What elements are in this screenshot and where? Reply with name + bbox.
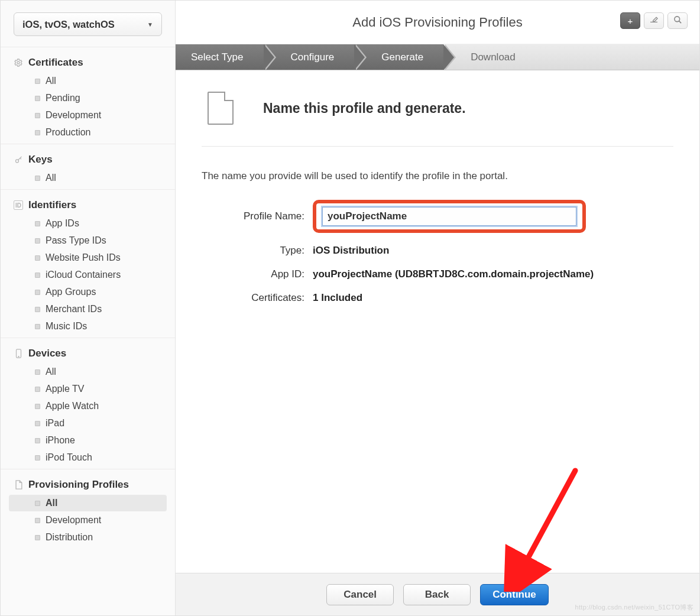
bullet-icon	[35, 96, 40, 101]
bullet-icon	[35, 307, 40, 312]
bullet-icon	[35, 273, 40, 278]
nav-item-label: All	[46, 498, 57, 508]
hint-text: The name you provide will be used to ide…	[202, 170, 673, 182]
row-profile-name: Profile Name:	[202, 200, 673, 233]
add-button[interactable]: +	[620, 12, 640, 29]
document-icon	[14, 480, 23, 489]
sidebar-item-ipod-touch[interactable]: iPod Touch	[9, 449, 167, 466]
sidebar-item-devices-all[interactable]: All	[9, 364, 167, 380]
sidebar-item-apple-watch[interactable]: Apple Watch	[9, 398, 167, 414]
nav-heading-label: Identifiers	[28, 199, 76, 211]
sidebar-item-music-ids[interactable]: Music IDs	[9, 318, 167, 335]
key-icon	[14, 155, 23, 164]
nav-heading-provisioning-profiles[interactable]: Provisioning Profiles	[1, 475, 175, 494]
sidebar-item-profiles-distribution[interactable]: Distribution	[9, 529, 167, 546]
nav-section-identifiers: ID Identifiers App IDs Pass Type IDs Web…	[1, 189, 175, 338]
step-select-type[interactable]: Select Type	[176, 44, 264, 70]
sidebar-item-profiles-development[interactable]: Development	[9, 512, 167, 529]
bullet-icon	[35, 238, 40, 244]
nav-item-label: Merchant IDs	[46, 304, 102, 315]
step-generate[interactable]: Generate	[354, 44, 443, 70]
id-icon: ID	[14, 200, 23, 210]
content-pane: Name this profile and generate. The name…	[176, 70, 699, 573]
topbar: Add iOS Provisioning Profiles +	[176, 1, 699, 44]
nav-section-provisioning-profiles: Provisioning Profiles All Development Di…	[1, 469, 175, 549]
sidebar-item-website-push-ids[interactable]: Website Push IDs	[9, 249, 167, 266]
content-title: Name this profile and generate.	[263, 100, 466, 116]
sidebar-item-app-groups[interactable]: App Groups	[9, 284, 167, 300]
nav-item-label: App IDs	[46, 218, 79, 229]
sidebar-item-certificates-all[interactable]: All	[9, 73, 167, 89]
sidebar-item-keys-all[interactable]: All	[9, 170, 167, 186]
cancel-button[interactable]: Cancel	[326, 584, 394, 605]
main-panel: Add iOS Provisioning Profiles + Sel	[176, 1, 699, 615]
sidebar-item-certificates-development[interactable]: Development	[9, 107, 167, 124]
value-app-id: youProjectName (UD8BRTJD8C.com.domain.pr…	[313, 268, 594, 280]
nav-item-label: All	[46, 173, 56, 183]
platform-selector-label: iOS, tvOS, watchOS	[22, 19, 115, 30]
sidebar-item-app-ids[interactable]: App IDs	[9, 215, 167, 232]
profile-name-input[interactable]	[322, 207, 576, 226]
label-app-id: App ID:	[202, 268, 313, 280]
svg-point-4	[674, 17, 679, 22]
nav-heading-certificates[interactable]: Certificates	[1, 53, 175, 72]
row-app-id: App ID: youProjectName (UD8BRTJD8C.com.d…	[202, 268, 673, 280]
document-icon	[208, 92, 234, 125]
sidebar-item-ipad[interactable]: iPad	[9, 415, 167, 432]
step-label: Select Type	[191, 51, 244, 63]
continue-button[interactable]: Continue	[480, 584, 549, 605]
svg-point-0	[17, 61, 20, 64]
sidebar-item-certificates-pending[interactable]: Pending	[9, 90, 167, 106]
nav-section-keys: Keys All	[1, 144, 175, 189]
edit-button[interactable]	[644, 12, 664, 29]
bullet-icon	[35, 324, 40, 329]
watermark: http://blog.csdn.net/weixin_51CTO博客	[575, 603, 693, 612]
nav-item-label: All	[46, 76, 56, 86]
nav-item-label: Apple TV	[46, 384, 85, 394]
sidebar-item-certificates-production[interactable]: Production	[9, 124, 167, 141]
nav-heading-label: Devices	[28, 348, 66, 359]
platform-selector[interactable]: iOS, tvOS, watchOS ▼	[14, 12, 162, 36]
step-configure[interactable]: Configure	[264, 44, 355, 70]
row-certificates: Certificates: 1 Included	[202, 292, 673, 304]
sidebar-item-pass-type-ids[interactable]: Pass Type IDs	[9, 232, 167, 249]
step-label: Download	[471, 51, 516, 63]
nav-heading-identifiers[interactable]: ID Identifiers	[1, 196, 175, 215]
content-header: Name this profile and generate.	[202, 92, 673, 147]
sidebar-item-apple-tv[interactable]: Apple TV	[9, 381, 167, 397]
app-window: iOS, tvOS, watchOS ▼ Certificates All Pe…	[0, 0, 700, 616]
bullet-icon	[35, 501, 40, 506]
back-button[interactable]: Back	[403, 584, 471, 605]
nav-section-certificates: Certificates All Pending Development Pro…	[1, 47, 175, 144]
svg-point-3	[18, 356, 18, 357]
page-title: Add iOS Provisioning Profiles	[352, 15, 522, 30]
nav-item-label: Website Push IDs	[46, 252, 121, 263]
nav-item-label: iCloud Containers	[46, 270, 121, 280]
search-button[interactable]	[667, 12, 688, 29]
bullet-icon	[35, 79, 40, 84]
sidebar-item-profiles-all[interactable]: All	[9, 495, 167, 511]
nav-heading-devices[interactable]: Devices	[1, 344, 175, 363]
nav-heading-label: Provisioning Profiles	[28, 479, 129, 491]
nav-item-label: Music IDs	[46, 321, 87, 332]
sidebar-item-icloud-containers[interactable]: iCloud Containers	[9, 267, 167, 283]
step-label: Configure	[291, 51, 335, 63]
highlight-annotation	[313, 200, 586, 233]
sidebar-item-merchant-ids[interactable]: Merchant IDs	[9, 301, 167, 317]
bullet-icon	[35, 404, 40, 409]
bullet-icon	[35, 535, 40, 540]
value-type: iOS Distribution	[313, 245, 389, 257]
nav-item-label: Development	[46, 515, 101, 526]
label-certificates: Certificates:	[202, 292, 313, 304]
nav-item-label: Pending	[46, 93, 80, 103]
nav-heading-keys[interactable]: Keys	[1, 150, 175, 169]
nav-item-label: iPhone	[46, 435, 75, 446]
bullet-icon	[35, 290, 40, 295]
nav-item-label: Production	[46, 127, 91, 138]
nav-item-label: App Groups	[46, 287, 96, 297]
nav-item-label: Development	[46, 110, 101, 121]
nav-item-label: iPad	[46, 418, 64, 429]
step-label: Generate	[381, 51, 423, 63]
bullet-icon	[35, 221, 40, 226]
sidebar-item-iphone[interactable]: iPhone	[9, 432, 167, 449]
